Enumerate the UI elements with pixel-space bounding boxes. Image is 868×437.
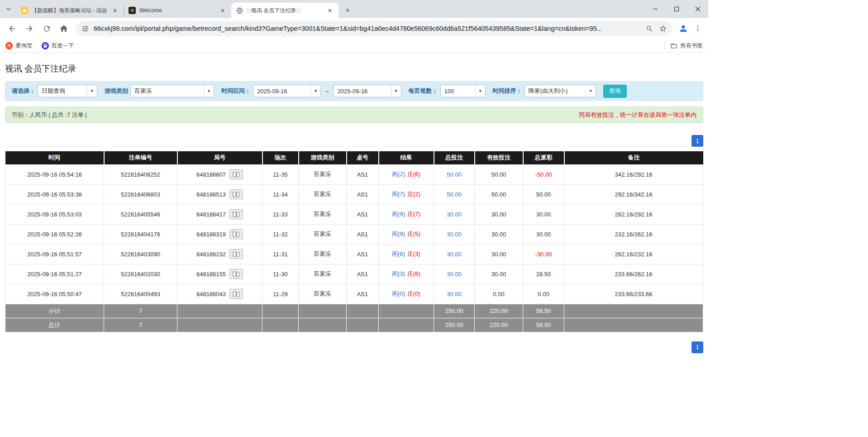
cell-total-bet: 30.00	[434, 244, 475, 264]
view-result-cards-button[interactable]	[229, 249, 243, 259]
player-result: 闲(8)	[392, 250, 405, 257]
cell-result: 闲(9)庄(5)	[379, 224, 434, 244]
chevron-down-icon[interactable]: ▼	[586, 85, 596, 97]
table-row: 2025-09-16 05:51:27522816402030648186155…	[5, 264, 703, 284]
cell-total-bet: 30.00	[434, 204, 475, 224]
cell-game-type: 百家乐	[299, 264, 347, 284]
cell-bet-id: 522816404176	[104, 224, 177, 244]
round-number: 648186319	[196, 231, 226, 238]
cell-payout: 30.00	[523, 204, 564, 224]
tab-close-icon[interactable]: ✕	[219, 6, 227, 14]
select-label: 请选择：	[12, 87, 35, 95]
all-bookmarks-button[interactable]: 所有书签	[670, 42, 703, 50]
column-header: 注单编号	[104, 151, 177, 164]
new-tab-button[interactable]: +	[341, 4, 354, 17]
cell-total-bet: 30.00	[434, 264, 475, 284]
baidu-paw-icon	[42, 42, 49, 49]
banker-result: 庄(0)	[407, 290, 420, 297]
page-1-button[interactable]: 1	[692, 341, 703, 353]
back-icon[interactable]	[5, 21, 20, 36]
minimize-button[interactable]	[644, 0, 666, 18]
tab-forum[interactable]: 【新提醒】海燕策略论坛 - 综合 ✕	[16, 3, 124, 18]
cell-total-bet: 30.00	[434, 224, 475, 244]
chevron-down-icon[interactable]: ▼	[310, 85, 320, 97]
cell-valid-bet: 0.00	[475, 284, 523, 304]
site-settings-icon[interactable]	[81, 25, 89, 33]
per-page-input[interactable]: 100 ▼	[440, 85, 486, 97]
cell-payout: -50.00	[523, 164, 564, 184]
date-from-input[interactable]: 2025-09-16 ▼	[253, 85, 321, 97]
address-bar[interactable]: 66cxkj98.com/ipl/portal.php/game/betreco…	[76, 21, 672, 36]
tab-title: 【新提醒】海燕策略论坛 - 综合	[32, 7, 108, 14]
cell-valid-bet: 30.00	[475, 204, 523, 224]
tab-search-chevron-icon[interactable]	[3, 3, 14, 15]
cell-total-bet: 50.00	[434, 184, 475, 204]
date-to-input[interactable]: 2025-09-16 ▼	[334, 85, 401, 97]
query-type-select[interactable]: 日期查询 ▼	[38, 85, 97, 97]
url-text[interactable]: 66cxkj98.com/ipl/portal.php/game/betreco…	[94, 25, 642, 32]
home-icon[interactable]	[56, 21, 72, 36]
cell-note: 232.16/262.16	[564, 224, 703, 244]
tab-welcome[interactable]: Welcome ✕	[124, 3, 231, 18]
column-header: 有效投注	[475, 151, 523, 164]
cell-result: 闲(0)庄(0)	[379, 284, 434, 304]
cell-game-type: 百家乐	[299, 184, 347, 204]
chevron-down-icon[interactable]: ▼	[87, 85, 97, 97]
chevron-down-icon[interactable]: ▼	[475, 85, 485, 97]
table-row: 2025-09-16 05:54:16522816408252648186607…	[5, 164, 703, 184]
view-result-cards-button[interactable]	[229, 289, 243, 299]
profile-avatar-icon[interactable]	[676, 21, 691, 36]
sort-label: 时间排序：	[493, 87, 522, 95]
bookmark-baidu[interactable]: 百度一下	[42, 42, 74, 50]
game-type-select[interactable]: 百家乐 ▼	[130, 85, 214, 97]
bookmark-star-icon[interactable]	[657, 22, 669, 35]
sum-empty	[262, 304, 299, 318]
cell-note: 233.66/262.16	[564, 264, 703, 284]
cell-note: 292.16/342.16	[564, 184, 703, 204]
filter-bar: 请选择： 日期查询 ▼ 游戏类别 百家乐 ▼ 时间区间： 2025-09-16 …	[5, 81, 703, 101]
cell-game-type: 百家乐	[299, 224, 347, 244]
banker-result: 庄(2)	[407, 191, 420, 197]
chevron-down-icon[interactable]: ▼	[204, 85, 214, 97]
sum-empty	[177, 318, 262, 332]
round-number: 648186607	[196, 171, 226, 178]
sort-select[interactable]: 降幂(由大到小) ▼	[525, 85, 596, 97]
cell-round: 648186319	[177, 224, 262, 244]
zoom-icon[interactable]	[643, 22, 656, 35]
cell-valid-bet: 30.00	[475, 244, 523, 264]
view-result-cards-button[interactable]	[229, 169, 243, 179]
sum-count: 7	[104, 318, 177, 332]
bookmark-taobao[interactable]: 淘 爱淘宝	[5, 42, 33, 50]
forward-icon[interactable]	[22, 21, 37, 36]
cell-payout: 28.50	[523, 264, 564, 284]
chevron-down-icon[interactable]: ▼	[391, 85, 401, 97]
tab-title: Welcome	[139, 7, 216, 14]
cell-bet-id: 522816406803	[104, 184, 177, 204]
close-button[interactable]	[687, 0, 708, 18]
cell-note: 342.16/292.16	[564, 164, 703, 184]
view-result-cards-button[interactable]	[229, 209, 243, 219]
tab-close-icon[interactable]: ✕	[326, 6, 334, 14]
sum-empty	[177, 304, 262, 318]
search-button[interactable]: 查询	[603, 85, 627, 98]
cell-result: 闲(9)庄(7)	[379, 204, 434, 224]
reload-icon[interactable]	[39, 21, 54, 36]
date-from-value: 2025-09-16	[253, 85, 310, 97]
bet-table: 时间注单编号局号场次游戏类别桌号结果总投注有效投注总派彩备注 2025-09-1…	[5, 151, 703, 332]
browser-menu-icon[interactable]	[691, 21, 705, 36]
view-result-cards-button[interactable]	[229, 229, 243, 239]
view-result-cards-button[interactable]	[229, 269, 243, 279]
maximize-button[interactable]	[666, 0, 687, 18]
tab-close-icon[interactable]: ✕	[111, 6, 119, 14]
cell-round: 648186607	[177, 164, 262, 184]
cell-payout: 30.00	[523, 224, 564, 244]
tab-strip: 【新提醒】海燕策略论坛 - 综合 ✕ Welcome ✕ :::视讯 会员下注纪…	[0, 0, 708, 18]
welcome-favicon-icon	[129, 7, 136, 14]
round-number: 648186513	[196, 191, 226, 198]
sum-empty	[379, 304, 434, 318]
bookmarks-divider	[664, 42, 665, 49]
page-1-button[interactable]: 1	[692, 135, 703, 147]
tab-bet-record-active[interactable]: :::视讯 会员下注纪录::: ✕	[231, 3, 339, 18]
view-result-cards-button[interactable]	[229, 189, 243, 199]
sum-payout: 58.50	[523, 304, 564, 318]
